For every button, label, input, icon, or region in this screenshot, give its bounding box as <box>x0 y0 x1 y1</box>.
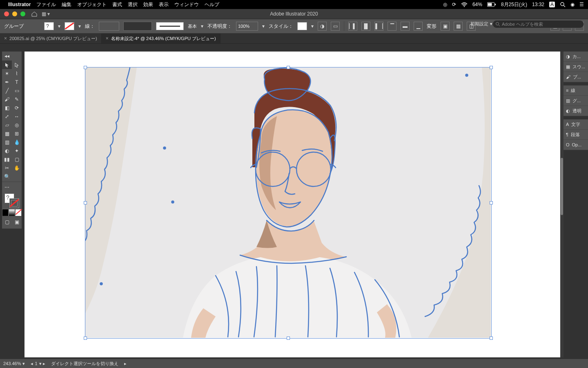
spotlight-icon[interactable] <box>560 2 566 7</box>
rectangle-tool[interactable]: ▭ <box>12 86 22 95</box>
close-icon[interactable]: × <box>106 36 109 41</box>
menubar-time[interactable]: 13:32 <box>532 2 544 7</box>
scrollbar-thumb[interactable] <box>561 158 563 215</box>
align-left-icon[interactable]: ▏▌ <box>348 22 357 31</box>
align-right-icon[interactable]: ▌▕ <box>374 22 383 31</box>
isolate-group-icon[interactable]: ▣ <box>441 22 450 31</box>
brush-chevron-icon[interactable]: ▾ <box>201 23 203 29</box>
fill-stroke-control[interactable]: ? <box>2 192 22 209</box>
align-center-h-icon[interactable]: ▐▌ <box>361 22 370 31</box>
magic-wand-tool[interactable]: ✶ <box>2 69 12 78</box>
panel-tab-color[interactable]: ◑カ... <box>564 52 588 62</box>
zoom-level[interactable]: 243.46% ▾ <box>3 361 25 366</box>
transform-label[interactable]: 変形 <box>427 23 437 30</box>
status-hint-arrow-icon[interactable]: ▸ <box>124 361 127 366</box>
hand-tool[interactable]: ✋ <box>12 164 22 172</box>
vertical-scrollbar[interactable] <box>560 52 564 357</box>
cc-icon[interactable]: ◎ <box>443 2 447 7</box>
resize-handle-br[interactable] <box>490 337 493 340</box>
input-source[interactable]: A <box>549 2 555 7</box>
resize-handle-tl[interactable] <box>84 66 87 69</box>
stroke-chevron-icon[interactable]: ▾ <box>78 23 81 29</box>
eraser-tool[interactable]: ◧ <box>2 103 12 112</box>
opacity-input[interactable] <box>236 22 258 31</box>
canvas[interactable] <box>24 52 560 357</box>
eyedropper-tool[interactable]: 💧 <box>12 138 22 146</box>
color-mode-solid[interactable] <box>2 209 9 216</box>
mesh-tool[interactable]: ⊞ <box>12 129 22 138</box>
app-name[interactable]: Illustrator <box>8 2 31 7</box>
gradient-tool[interactable]: ▥ <box>2 138 12 146</box>
lasso-tool[interactable]: ⌇ <box>12 69 22 78</box>
menubar-date[interactable]: 8月25日(火) <box>501 1 527 8</box>
resize-handle-lc[interactable] <box>84 201 87 204</box>
artboard-nav[interactable]: ◂ 1 ▾ ▸ <box>31 361 45 366</box>
line-tool[interactable]: ╱ <box>2 86 12 95</box>
window-minimize-button[interactable] <box>12 11 17 16</box>
panel-tab-transparency[interactable]: ◐透明 <box>564 106 588 116</box>
workspace-switcher[interactable]: 初期設定 ▾ <box>470 20 492 27</box>
brush-definition[interactable] <box>156 22 184 30</box>
wifi-icon[interactable] <box>461 2 468 7</box>
style-chevron-icon[interactable]: ▾ <box>311 23 314 29</box>
siri-icon[interactable]: ◉ <box>570 2 575 7</box>
panel-tab-gradient[interactable]: ▥グ... <box>564 96 588 106</box>
graphic-style-swatch[interactable] <box>297 22 307 30</box>
paintbrush-tool[interactable]: 🖌 <box>2 95 12 103</box>
screen-mode-full[interactable]: ▣ <box>12 218 22 226</box>
align-center-v-icon[interactable]: ▬ <box>401 22 410 31</box>
arrange-documents-icon[interactable]: ▦ ▾ <box>42 11 50 17</box>
menu-view[interactable]: 表示 <box>159 1 169 8</box>
align-to-icon[interactable]: ▭ <box>331 22 340 31</box>
document-tab-2[interactable]: × 名称未設定-4* @ 243.46% (CMYK/GPU プレビュー) <box>102 34 220 43</box>
edit-toolbar-icon[interactable]: ⋯ <box>2 183 12 192</box>
menu-object[interactable]: オブジェクト <box>77 1 107 8</box>
close-icon[interactable]: × <box>4 36 7 41</box>
panel-tab-opentype[interactable]: OOp... <box>564 140 588 150</box>
home-icon[interactable] <box>31 11 38 17</box>
panel-tab-paragraph[interactable]: ¶段落 <box>564 130 588 140</box>
pencil-tool[interactable]: ✎ <box>12 95 22 103</box>
fill-swatch[interactable]: ? <box>44 22 54 30</box>
type-tool[interactable]: T <box>12 78 22 86</box>
zoom-tool[interactable]: 🔍 <box>2 172 12 181</box>
stroke-weight-input[interactable] <box>99 22 119 31</box>
resize-handle-rc[interactable] <box>490 201 493 204</box>
document-tab-1[interactable]: × 200825.ai @ 25% (CMYK/GPU プレビュー) <box>0 34 102 43</box>
align-bottom-icon[interactable]: ▁ <box>414 22 423 31</box>
menu-window[interactable]: ウィンドウ <box>174 1 199 8</box>
resize-handle-bc[interactable] <box>287 337 290 340</box>
artboard-tool[interactable]: ▢ <box>12 155 22 164</box>
menu-type[interactable]: 書式 <box>112 1 122 8</box>
variable-width-profile[interactable] <box>123 22 152 31</box>
resize-handle-tr[interactable] <box>490 66 493 69</box>
shape-builder-tool[interactable]: ◎ <box>12 121 22 129</box>
sync-icon[interactable]: ⟳ <box>452 2 456 7</box>
panel-tab-stroke[interactable]: ≡線 <box>564 85 588 96</box>
opacity-chevron-icon[interactable]: ▾ <box>262 23 265 29</box>
pen-tool[interactable]: ✒ <box>2 78 12 86</box>
free-transform-tool[interactable]: ▱ <box>2 121 12 129</box>
resize-handle-bl[interactable] <box>84 337 87 340</box>
menu-effect[interactable]: 効果 <box>143 1 153 8</box>
menu-help[interactable]: ヘルプ <box>205 1 219 8</box>
align-top-icon[interactable]: ▔ <box>388 22 396 31</box>
panel-tab-brushes[interactable]: 🖌ブ... <box>564 72 588 82</box>
menu-edit[interactable]: 編集 <box>62 1 71 8</box>
menu-icon[interactable]: ☰ <box>579 2 584 7</box>
screen-mode-normal[interactable]: ▢ <box>2 218 12 226</box>
selection-tool[interactable] <box>2 61 12 69</box>
resize-handle-tc[interactable] <box>287 66 290 69</box>
direct-selection-tool[interactable] <box>12 61 22 69</box>
fill-chevron-icon[interactable]: ▾ <box>58 23 60 29</box>
battery-icon[interactable] <box>487 2 496 7</box>
panel-collapse-icon[interactable]: ◂◂ <box>2 52 12 61</box>
menu-select[interactable]: 選択 <box>128 1 138 8</box>
symbol-sprayer-tool[interactable]: ✦ <box>12 146 22 155</box>
stroke-swatch[interactable] <box>65 22 74 30</box>
stroke-indicator[interactable] <box>9 198 19 208</box>
help-search[interactable]: Adobe ヘルプを検索 <box>492 20 584 28</box>
column-graph-tool[interactable]: ▮▮ <box>2 155 12 164</box>
selection-bounding-box[interactable] <box>85 67 492 339</box>
perspective-grid-tool[interactable]: ▦ <box>2 129 12 138</box>
